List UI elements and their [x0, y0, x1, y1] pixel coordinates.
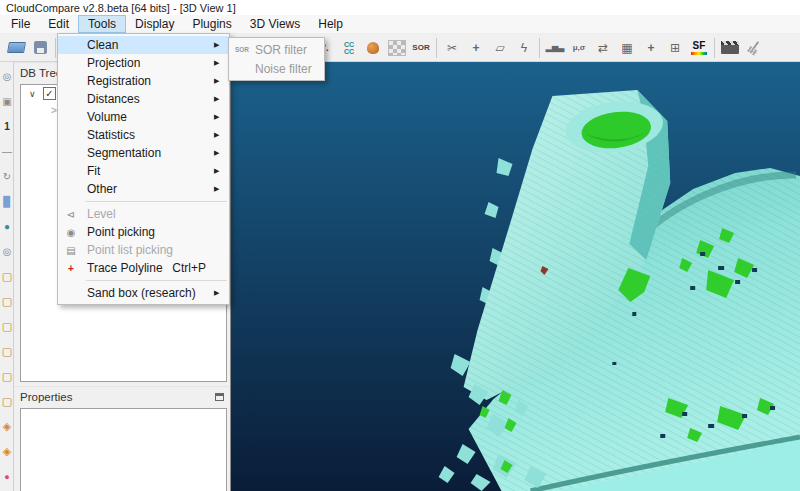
view-back-icon[interactable]: ▢	[0, 289, 14, 314]
cloudcompare-cc-icon[interactable]: CC CC	[337, 36, 361, 60]
properties-title: Properties	[20, 391, 72, 403]
title-bar: CloudCompare v2.8.beta [64 bits] - [3D V…	[0, 0, 800, 15]
scan-mesh	[231, 62, 800, 491]
view-right-icon[interactable]: ▢	[0, 339, 14, 364]
separator-line: —	[0, 139, 14, 164]
tree-root-checkbox[interactable]: ✓	[43, 87, 56, 100]
3d-view-canvas[interactable]	[230, 62, 800, 491]
toolbar-separator	[539, 38, 540, 58]
menu-item-point-picking[interactable]: ◉ Point picking	[58, 223, 229, 241]
submenu-item-noise-filter: Noise filter	[229, 59, 324, 78]
zoom-1-1-icon[interactable]: 1	[0, 114, 14, 139]
toolbar-separator	[55, 38, 56, 58]
menu-display[interactable]: Display	[126, 15, 183, 33]
rotate-view-icon[interactable]: ↻	[0, 164, 14, 189]
submenu-item-sor-filter: SOR SOR filter	[229, 40, 324, 59]
animation-icon[interactable]	[718, 36, 742, 60]
cross-section-icon[interactable]: ▱	[488, 36, 512, 60]
toolbar-separator	[714, 38, 715, 58]
sf-color-scale-icon[interactable]: SF	[687, 36, 711, 60]
properties-body	[20, 408, 227, 491]
submenu-arrow-icon: ▶	[214, 77, 229, 85]
open-file-icon[interactable]	[4, 36, 28, 60]
menu-3d-views[interactable]: 3D Views	[241, 15, 309, 33]
view-iso1-icon[interactable]: ◈	[0, 414, 14, 439]
histogram-icon[interactable]: ▂▅▃	[543, 36, 567, 60]
menu-edit[interactable]: Edit	[39, 15, 78, 33]
menu-item-other[interactable]: Other ▶	[58, 180, 229, 198]
view-front-icon[interactable]: ▢	[0, 264, 14, 289]
menu-item-volume[interactable]: Volume ▶	[58, 108, 229, 126]
menu-item-point-list-picking: ▤ Point list picking	[58, 241, 229, 259]
pick-rotation-center-icon[interactable]: ◎	[0, 64, 14, 89]
menu-item-projection[interactable]: Projection ▶	[58, 54, 229, 72]
menu-item-clean[interactable]: Clean ▶	[58, 36, 229, 54]
menu-help[interactable]: Help	[309, 15, 352, 33]
submenu-arrow-icon: ▶	[214, 185, 229, 193]
globe-view-icon[interactable]: ●	[0, 214, 14, 239]
submenu-arrow-icon: ▶	[214, 167, 229, 175]
menu-item-segmentation[interactable]: Segmentation ▶	[58, 144, 229, 162]
color-ramp-icon[interactable]: ▉	[0, 189, 14, 214]
view-toolbar: ◎ ▣ 1 — ↻ ▉ ● ◎ ▢ ▢ ▢ ▢ ▢ ▢ ◈ ◈ ●	[0, 62, 14, 491]
camera-settings-icon[interactable]: ▣	[0, 89, 14, 114]
view-bottom-icon[interactable]: ▢	[0, 389, 14, 414]
shortcut-label: Ctrl+P	[172, 261, 206, 275]
clean-broom-icon[interactable]	[742, 36, 766, 60]
segment-scissors-icon[interactable]: ✂	[440, 36, 464, 60]
submenu-arrow-icon: ▶	[214, 95, 229, 103]
menu-item-level: ⊲ Level	[58, 205, 229, 223]
menu-item-sand-box[interactable]: Sand box (research) ▶	[58, 284, 229, 302]
submenu-arrow-icon: ▶	[214, 149, 229, 157]
sf-arithmetic-icon[interactable]: ⊞	[663, 36, 687, 60]
tree-expand-arrow[interactable]: >	[51, 105, 57, 116]
point-list-picking-icon: ▤	[58, 245, 84, 256]
view-iso2-icon[interactable]: ◈	[0, 439, 14, 464]
sor-icon: SOR	[229, 46, 255, 53]
menu-plugins[interactable]: Plugins	[183, 15, 240, 33]
dock-float-icon[interactable]	[215, 393, 224, 401]
menu-separator	[86, 201, 227, 202]
record-icon[interactable]: ●	[0, 464, 14, 489]
submenu-arrow-icon: ▶	[214, 59, 229, 67]
menu-bar: File Edit Tools Display Plugins 3D Views…	[0, 15, 800, 34]
menu-item-fit[interactable]: Fit ▶	[58, 162, 229, 180]
point-picking-icon: ◉	[58, 227, 84, 238]
sf-min-max-icon[interactable]: ⇄	[591, 36, 615, 60]
trace-polyline-icon: +	[58, 263, 84, 274]
properties-header[interactable]: Properties	[14, 386, 230, 407]
magnifier-icon[interactable]: ◎	[0, 239, 14, 264]
menu-item-trace-polyline[interactable]: + Trace Polyline Ctrl+P	[58, 259, 229, 277]
menu-item-registration[interactable]: Registration ▶	[58, 72, 229, 90]
menu-tools[interactable]: Tools	[78, 15, 126, 33]
menu-item-distances[interactable]: Distances ▶	[58, 90, 229, 108]
translate-rotate-icon[interactable]: +	[464, 36, 488, 60]
sf-interpolate-icon[interactable]: ▦	[615, 36, 639, 60]
sor-filter-icon[interactable]: SOR	[409, 36, 433, 60]
view-top-icon[interactable]: ▢	[0, 364, 14, 389]
gaussian-filter-icon[interactable]: μ,σ	[567, 36, 591, 60]
window-title: CloudCompare v2.8.beta [64 bits] - [3D V…	[6, 2, 236, 14]
checkerboard-icon[interactable]	[385, 36, 409, 60]
menu-item-statistics[interactable]: Statistics ▶	[58, 126, 229, 144]
toolbar-separator	[436, 38, 437, 58]
properties-panel: Properties	[14, 386, 230, 491]
tree-collapse-caret[interactable]: ∨	[29, 89, 43, 99]
clean-submenu: SOR SOR filter Noise filter	[228, 37, 325, 81]
submenu-arrow-icon: ▶	[214, 131, 229, 139]
tools-dropdown-menu: Clean ▶ Projection ▶ Registration ▶ Dist…	[57, 33, 230, 305]
view-left-icon[interactable]: ▢	[0, 314, 14, 339]
menu-file[interactable]: File	[2, 15, 39, 33]
save-icon[interactable]	[28, 36, 52, 60]
interactive-transform-glove-icon[interactable]	[361, 36, 385, 60]
db-tree-title: DB Tree	[20, 67, 62, 79]
add-sf-icon[interactable]: +	[639, 36, 663, 60]
trace-polyline-tool-icon[interactable]: ϟ	[512, 36, 536, 60]
menu-separator	[86, 280, 227, 281]
submenu-arrow-icon: ▶	[214, 41, 229, 49]
level-icon: ⊲	[58, 209, 84, 220]
submenu-arrow-icon: ▶	[214, 289, 229, 297]
submenu-arrow-icon: ▶	[214, 113, 229, 121]
